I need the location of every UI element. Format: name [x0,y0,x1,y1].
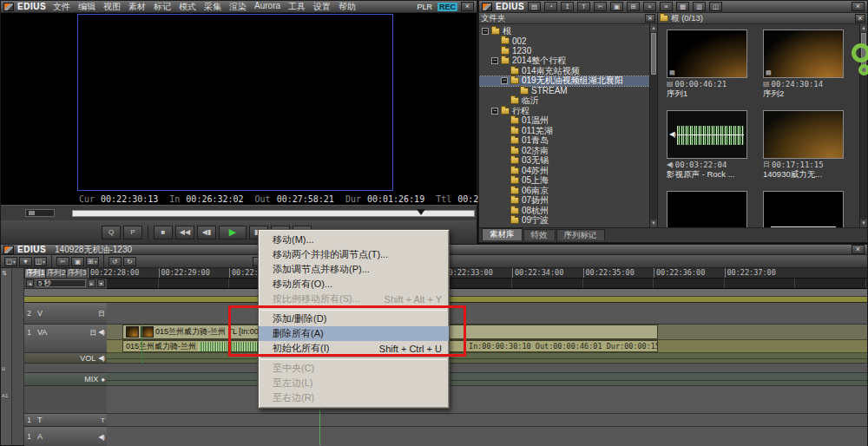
menu-file[interactable]: 文件 [49,1,74,13]
clip-thumbnail[interactable]: ◀) [667,110,747,159]
menu-item-add-node-and-move[interactable]: 添加调节点并移动(P)... [259,262,449,277]
track-header-vol[interactable]: VOL ◀) [24,353,107,364]
tree-item-root[interactable]: − 根 [479,26,657,36]
tab-sequence-3[interactable]: 序列3 [67,268,88,279]
zoom-out-icon[interactable]: ◂ [26,279,34,287]
tree-item[interactable]: STREAM [479,86,657,96]
close-icon[interactable]: × [852,245,865,254]
clip-thumbnail[interactable] [763,191,844,227]
menu-marker[interactable]: 标记 [150,1,174,13]
tree-item-selected[interactable]: − 019无机油视频组湖北襄阳 [479,76,657,87]
clip-thumbnail[interactable]: ▤ [667,30,747,78]
scroll-down-icon[interactable]: ▼ [860,220,867,227]
track-1t[interactable] [107,414,867,427]
track-header-1a[interactable]: 1 A ◀) [24,427,107,446]
menu-item-move[interactable]: 移动(M)... [259,233,449,247]
clip-thumbnail[interactable] [763,110,844,159]
menu-clip[interactable]: 素材 [125,1,149,13]
search-icon[interactable]: ◔ [544,2,557,11]
tree-item[interactable]: 02济南 [479,146,657,156]
tree-item[interactable]: 06南京 [479,186,657,196]
copy-icon[interactable]: ▣ [71,257,84,266]
new-sequence-icon[interactable]: ▢▾ [4,257,17,266]
plr-indicator[interactable]: PLR [415,3,434,11]
menu-help[interactable]: 帮助 [335,1,359,13]
tree-item[interactable]: 07扬州 [479,196,657,207]
tab-sequence-2[interactable]: 序列2 [46,268,67,279]
step-back-button[interactable]: ◀▮ [197,226,216,239]
bin-clip[interactable]: ▤ ▤ 00:24:30:14 序列2 [763,30,845,98]
tab-sequence-1[interactable]: 序列1 [24,268,46,279]
tree-item[interactable]: 1230 [479,46,657,56]
menu-tools[interactable]: 工具 [285,1,309,13]
save-icon[interactable]: ◫▾ [34,257,47,266]
speaker-icon[interactable]: ◀) [98,354,104,362]
cut-icon[interactable]: ✂ [594,2,607,11]
close-icon[interactable]: × [461,2,474,11]
menu-item-move-two-nodes[interactable]: 移动两个并排的调节点(T)... [259,247,449,262]
add-title-icon[interactable]: T [577,2,590,11]
video-mute-icon[interactable]: 日 [98,309,104,318]
menu-aurora[interactable]: Aurora [251,1,284,13]
tab-sequence-markers[interactable]: 序列标记 [556,229,605,240]
timescale-value[interactable]: 5 秒 [36,279,86,287]
tree-item[interactable]: 01青岛 [479,136,657,147]
track-header-mix[interactable]: MIX ● [24,373,107,386]
new-folder-icon[interactable]: ▤ [528,2,541,11]
title-track-icon[interactable]: T [101,416,104,424]
knob-icon[interactable]: ● [101,376,104,384]
shuttle-icon[interactable]: P [123,226,142,239]
close-icon[interactable]: × [855,14,865,23]
bin-titlebar[interactable]: EDIUS ▤ ◔ ↥ T ✂ ▣ ⊞ × ≡ ▦ ▥ ◫ × [479,1,867,13]
bin-clip[interactable]: ▤ ▤ 00:00:46:21 序列1 [667,30,749,98]
bin-clip[interactable] [667,191,749,227]
tree-item[interactable]: − 行程 [479,106,657,116]
play-button[interactable]: ▶ [219,226,247,239]
bin-clip[interactable]: 日 00:17:11:15 140930威力无... [763,110,845,179]
scroll-up-icon[interactable]: ▲ [650,24,657,32]
menu-capture[interactable]: 采集 [201,1,225,13]
clip-thumbnail[interactable]: ▤ [763,30,844,78]
delete-icon[interactable]: × [643,2,656,11]
shuttle-slider[interactable] [25,209,55,217]
rec-indicator[interactable]: REC [437,3,457,11]
menu-item-move-all[interactable]: 移动所有(O)... [259,277,449,292]
paste-icon[interactable]: ⊞ [627,2,640,11]
collapse-icon[interactable]: − [491,108,498,115]
tree-scrollbar[interactable]: ▲ ▼ [649,24,657,227]
tree-item[interactable]: 03无锡 [479,156,657,167]
rewind-button[interactable]: ◀◀ [175,226,194,239]
clip-thumbnail[interactable] [667,191,747,227]
track-1a[interactable] [107,427,867,446]
close-icon[interactable]: × [852,2,865,11]
scroll-up-icon[interactable]: ▲ [860,24,867,32]
speaker-icon[interactable]: ◀) [98,433,104,441]
tree-item[interactable]: 011芜湖 [479,126,657,136]
updown-icon[interactable]: ⇅ [2,270,7,277]
cut-icon[interactable]: ✂ [56,257,69,266]
tree-item[interactable]: 002 [479,36,657,47]
tree-item[interactable]: 01温州 [479,116,657,127]
zoom-in-icon[interactable]: ▸ [88,279,95,287]
list-view-icon[interactable]: ▥ [693,2,706,11]
undo-icon[interactable]: ↺ [108,257,122,266]
tab-bin[interactable]: 素材库 [482,228,523,240]
seek-position-marker[interactable] [417,209,425,220]
video-mute-icon[interactable]: 日 [89,328,95,338]
collapse-icon[interactable]: − [501,77,508,84]
ruler-ticks[interactable] [107,279,867,289]
open-icon[interactable]: ▼ [19,257,32,266]
scroll-down-icon[interactable]: ▼ [650,220,657,227]
track-vol-rubber-band[interactable] [107,353,867,364]
track-2v[interactable] [107,303,867,325]
menu-edit[interactable]: 编辑 [75,1,99,13]
collapse-icon[interactable]: − [491,57,498,64]
tree-item[interactable]: 临沂 [479,96,657,107]
tree-item[interactable]: 04苏州 [479,166,657,176]
menu-settings[interactable]: 设置 [310,1,334,13]
copy-icon[interactable]: ▣ [610,2,623,11]
player-titlebar[interactable]: EDIUS 文件 编辑 视图 素材 标记 模式 采集 渲染 Aurora 工具 … [1,1,477,13]
shuttle-slider-thumb[interactable] [29,211,35,215]
paste-icon[interactable]: ⊞▾ [86,257,99,266]
speaker-icon[interactable]: ◀) [98,328,104,336]
